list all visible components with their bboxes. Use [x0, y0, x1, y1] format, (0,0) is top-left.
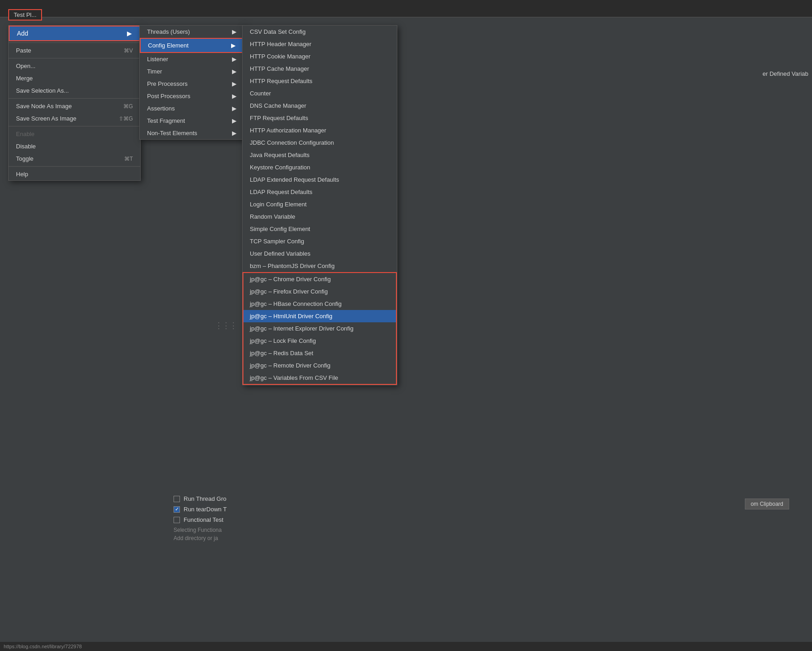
jpgc-firefox-driver-config-item[interactable]: jp@gc – Firefox Driver Config: [243, 285, 396, 298]
simple-config-element-item[interactable]: Simple Config Element: [243, 223, 397, 235]
non-test-elements-menu-item[interactable]: Non-Test Elements ▶: [140, 127, 244, 139]
keystore-config-item[interactable]: Keystore Configuration: [243, 161, 397, 173]
paste-menu-item[interactable]: Paste ⌘V: [9, 44, 140, 57]
run-teardown-checkbox: ✓: [174, 506, 180, 513]
random-variable-item[interactable]: Random Variable: [243, 210, 397, 223]
save-screen-shortcut: ⇧⌘G: [119, 116, 133, 122]
non-test-elements-arrow-icon: ▶: [232, 130, 237, 136]
context-menu-level3: CSV Data Set Config HTTP Header Manager …: [242, 25, 397, 385]
post-processors-arrow-icon: ▶: [232, 93, 237, 100]
listener-arrow-icon: ▶: [232, 56, 237, 63]
add-dir-text: Add directory or ja: [174, 535, 227, 541]
bzm-phantomjs-driver-config-item[interactable]: bzm – PhantomJS Driver Config: [243, 260, 397, 272]
functional-test-checkbox-row: Functional Test: [174, 516, 227, 523]
divider-1: [9, 42, 140, 43]
functional-test-checkbox: [174, 517, 180, 523]
http-auth-manager-item[interactable]: HTTP Authorization Manager: [243, 124, 397, 136]
jpgc-variables-from-csv-item[interactable]: jp@gc – Variables From CSV File: [243, 372, 396, 384]
context-menu-level2: Threads (Users) ▶ Config Element ▶ Liste…: [139, 25, 244, 140]
config-element-arrow-icon: ▶: [231, 42, 236, 49]
counter-item[interactable]: Counter: [243, 87, 397, 100]
resize-handle[interactable]: ⋮⋮⋮: [215, 320, 237, 331]
functional-test-label: Functional Test: [184, 516, 223, 523]
ldap-request-defaults-item[interactable]: LDAP Request Defaults: [243, 186, 397, 198]
open-menu-item[interactable]: Open...: [9, 60, 140, 72]
save-selection-as-menu-item[interactable]: Save Selection As...: [9, 84, 140, 97]
assertions-arrow-icon: ▶: [232, 105, 237, 112]
csv-data-set-config-item[interactable]: CSV Data Set Config: [243, 26, 397, 38]
http-cache-manager-item[interactable]: HTTP Cache Manager: [243, 63, 397, 75]
divider-5: [9, 166, 140, 167]
login-config-element-item[interactable]: Login Config Element: [243, 198, 397, 210]
jpgc-redis-data-set-item[interactable]: jp@gc – Redis Data Set: [243, 347, 396, 359]
ldap-extended-request-defaults-item[interactable]: LDAP Extended Request Defaults: [243, 173, 397, 186]
user-defined-variables-item[interactable]: User Defined Variables: [243, 247, 397, 260]
help-menu-item[interactable]: Help: [9, 168, 140, 180]
jpgc-ie-driver-config-item[interactable]: jp@gc – Internet Explorer Driver Config: [243, 322, 396, 335]
toggle-menu-item[interactable]: Toggle ⌘T: [9, 152, 140, 165]
test-fragment-menu-item[interactable]: Test Fragment ▶: [140, 115, 244, 127]
jpgc-lock-file-config-item[interactable]: jp@gc – Lock File Config: [243, 335, 396, 347]
url-status-bar: https://blog.csdn.net/library/722978: [0, 642, 812, 651]
jpgc-section: jp@gc – Chrome Driver Config jp@gc – Fir…: [243, 272, 397, 385]
merge-menu-item[interactable]: Merge: [9, 72, 140, 84]
context-menu-level1: Add ▶ Paste ⌘V Open... Merge Save Select…: [8, 25, 141, 181]
background-checkboxes: Run Thread Gro ✓ Run tearDown T Function…: [174, 495, 227, 541]
divider-2: [9, 58, 140, 58]
right-panel-hint: er Defined Variab: [759, 68, 812, 79]
divider-4: [9, 126, 140, 126]
jpgc-chrome-driver-config-item[interactable]: jp@gc – Chrome Driver Config: [243, 273, 396, 285]
java-request-defaults-item[interactable]: Java Request Defaults: [243, 149, 397, 161]
timer-menu-item[interactable]: Timer ▶: [140, 65, 244, 78]
test-plan-label: Test Pl...: [8, 9, 42, 21]
http-header-manager-item[interactable]: HTTP Header Manager: [243, 38, 397, 50]
save-node-shortcut: ⌘G: [123, 103, 133, 110]
jpgc-htmlunit-driver-config-item[interactable]: jp@gc – HtmlUnit Driver Config: [243, 310, 396, 322]
add-arrow-icon: ▶: [127, 30, 132, 37]
jpgc-hbase-connection-config-item[interactable]: jp@gc – HBase Connection Config: [243, 298, 396, 310]
threads-arrow-icon: ▶: [232, 28, 237, 35]
threads-users-menu-item[interactable]: Threads (Users) ▶: [140, 26, 244, 38]
toggle-shortcut: ⌘T: [124, 156, 133, 162]
add-menu-item[interactable]: Add ▶: [9, 26, 140, 41]
paste-shortcut: ⌘V: [124, 47, 133, 54]
enable-menu-item: Enable: [9, 128, 140, 140]
disable-menu-item[interactable]: Disable: [9, 140, 140, 152]
config-element-menu-item[interactable]: Config Element ▶: [140, 38, 244, 53]
dns-cache-manager-item[interactable]: DNS Cache Manager: [243, 100, 397, 112]
run-thread-checkbox-row: Run Thread Gro: [174, 495, 227, 502]
jpgc-remote-driver-config-item[interactable]: jp@gc – Remote Driver Config: [243, 359, 396, 372]
assertions-menu-item[interactable]: Assertions ▶: [140, 102, 244, 115]
post-processors-menu-item[interactable]: Post Processors ▶: [140, 90, 244, 102]
run-thread-checkbox: [174, 496, 180, 502]
tcp-sampler-config-item[interactable]: TCP Sampler Config: [243, 235, 397, 247]
clipboard-button[interactable]: om Clipboard: [745, 499, 789, 509]
run-teardown-checkbox-row: ✓ Run tearDown T: [174, 506, 227, 513]
http-cookie-manager-item[interactable]: HTTP Cookie Manager: [243, 50, 397, 63]
divider-3: [9, 98, 140, 99]
listener-menu-item[interactable]: Listener ▶: [140, 53, 244, 65]
test-fragment-arrow-icon: ▶: [232, 117, 237, 124]
pre-processors-menu-item[interactable]: Pre Processors ▶: [140, 78, 244, 90]
http-request-defaults-item[interactable]: HTTP Request Defaults: [243, 75, 397, 87]
ftp-request-defaults-item[interactable]: FTP Request Defaults: [243, 112, 397, 124]
run-thread-label: Run Thread Gro: [184, 495, 227, 502]
pre-processors-arrow-icon: ▶: [232, 80, 237, 87]
timer-arrow-icon: ▶: [232, 68, 237, 75]
selecting-text: Selecting Functiona: [174, 527, 227, 533]
save-screen-image-menu-item[interactable]: Save Screen As Image ⇧⌘G: [9, 112, 140, 125]
toolbar: [0, 0, 812, 17]
jdbc-connection-config-item[interactable]: JDBC Connection Configuration: [243, 136, 397, 149]
run-teardown-label: Run tearDown T: [184, 506, 227, 513]
save-node-image-menu-item[interactable]: Save Node As Image ⌘G: [9, 100, 140, 112]
